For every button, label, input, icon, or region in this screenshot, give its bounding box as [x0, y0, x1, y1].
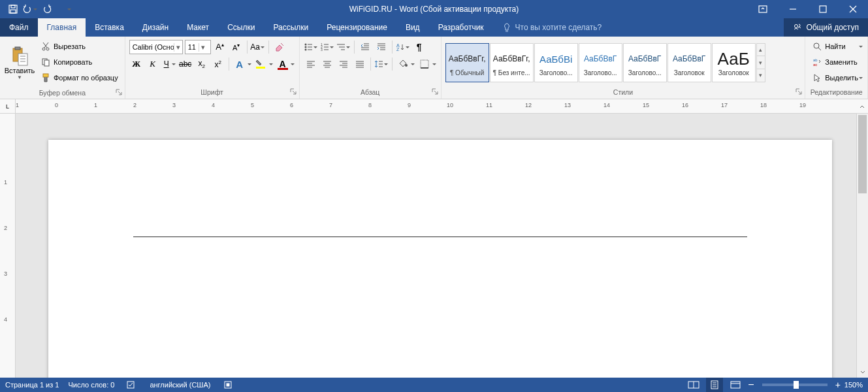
macro-icon[interactable]: [219, 378, 236, 392]
horizontal-line-shape[interactable]: [133, 237, 747, 237]
group-label-font: Шрифт: [201, 88, 223, 96]
styles-dialog-launcher[interactable]: [796, 88, 803, 96]
tab-mailings[interactable]: Рассылки: [264, 18, 317, 37]
group-font: Calibri (Осно▾ 11▾ A▴ A▾ Aa Ж К Ч abc x2…: [125, 37, 300, 99]
svg-rect-1: [11, 5, 15, 8]
tell-me[interactable]: Что вы хотите сделать?: [493, 18, 611, 37]
style-item-6[interactable]: АаБЗаголовок: [712, 43, 756, 82]
line-spacing-button[interactable]: [374, 57, 389, 71]
borders-button[interactable]: [417, 57, 437, 71]
tab-file[interactable]: Файл: [0, 18, 38, 37]
align-center-button[interactable]: [320, 57, 334, 71]
shading-button[interactable]: [396, 57, 415, 71]
scroll-down-button[interactable]: [857, 366, 868, 378]
style-item-5[interactable]: АаБбВвГЗаголовок: [667, 43, 711, 82]
close-button[interactable]: [838, 0, 868, 18]
style-item-0[interactable]: АаБбВвГг,¶ Обычный: [445, 43, 489, 82]
print-layout-button[interactable]: [706, 378, 723, 392]
replace-button[interactable]: abacЗаменить: [809, 55, 863, 69]
italic-button[interactable]: К: [146, 57, 160, 71]
superscript-button[interactable]: x2: [211, 57, 225, 71]
tab-design[interactable]: Дизайн: [133, 18, 178, 37]
style-item-2[interactable]: АаБбВіЗаголово...: [534, 43, 578, 82]
font-dialog-launcher[interactable]: [290, 88, 298, 96]
subscript-button[interactable]: x2: [195, 57, 209, 71]
minimize-button[interactable]: [778, 0, 808, 18]
paste-button[interactable]: Вставить ▼: [4, 39, 35, 86]
increase-indent-button[interactable]: [374, 40, 389, 54]
svg-rect-84: [731, 382, 740, 388]
clipboard-dialog-launcher[interactable]: [116, 89, 123, 97]
paragraph-dialog-launcher[interactable]: [432, 88, 440, 96]
document-area: 1234: [0, 114, 868, 378]
redo-button[interactable]: [39, 1, 55, 17]
tab-home[interactable]: Главная: [38, 18, 86, 37]
svg-rect-69: [421, 60, 428, 68]
format-painter-button[interactable]: Формат по образцу: [38, 71, 121, 85]
spellcheck-icon[interactable]: [123, 378, 140, 392]
copy-button[interactable]: Копировать: [38, 55, 121, 69]
tab-developer[interactable]: Разработчик: [429, 18, 493, 37]
font-color-button[interactable]: A: [276, 57, 295, 71]
font-name-combo[interactable]: Calibri (Осно▾: [129, 40, 183, 54]
change-case-button[interactable]: Aa: [251, 40, 265, 54]
zoom-level[interactable]: 150%: [844, 381, 863, 389]
tab-references[interactable]: Ссылки: [218, 18, 264, 37]
font-size-combo[interactable]: 11▾: [185, 40, 211, 54]
status-page[interactable]: Страница 1 из 1: [5, 381, 59, 389]
shrink-font-button[interactable]: A▾: [229, 40, 244, 54]
ruler-corner[interactable]: L: [0, 99, 16, 114]
document-canvas[interactable]: [16, 114, 856, 378]
vertical-ruler[interactable]: 1234: [0, 114, 16, 378]
zoom-in-button[interactable]: +: [835, 380, 841, 390]
scroll-thumb[interactable]: [858, 115, 867, 193]
page[interactable]: [48, 140, 832, 378]
sort-button[interactable]: AZ: [396, 40, 410, 54]
zoom-out-button[interactable]: −: [748, 379, 754, 391]
tab-layout[interactable]: Макет: [178, 18, 218, 37]
ribbon-display-options[interactable]: [748, 0, 778, 18]
clear-formatting-button[interactable]: [272, 40, 287, 54]
undo-button[interactable]: [22, 1, 38, 17]
find-button[interactable]: Найти: [809, 39, 863, 54]
decrease-indent-button[interactable]: [358, 40, 372, 54]
multilevel-list-button[interactable]: [336, 40, 351, 54]
vertical-scrollbar[interactable]: [856, 114, 868, 378]
status-language[interactable]: английский (США): [150, 381, 210, 389]
maximize-button[interactable]: [808, 0, 838, 18]
horizontal-ruler[interactable]: 21012345678910111213141516171819: [16, 99, 856, 114]
status-words[interactable]: Число слов: 0: [68, 381, 114, 389]
highlight-button[interactable]: [254, 57, 274, 71]
quick-access-toolbar: [0, 1, 72, 17]
style-item-1[interactable]: АаБбВвГг,¶ Без инте...: [490, 43, 534, 82]
align-left-button[interactable]: [304, 57, 318, 71]
ruler-end[interactable]: [856, 99, 868, 114]
styles-scroll[interactable]: ▴▾▾: [756, 43, 765, 82]
numbering-button[interactable]: 123: [320, 40, 334, 54]
zoom-handle[interactable]: [794, 381, 799, 389]
cut-button[interactable]: Вырезать: [38, 39, 121, 54]
web-layout-button[interactable]: [727, 378, 744, 392]
strikethrough-button[interactable]: abc: [178, 57, 193, 71]
bold-button[interactable]: Ж: [129, 57, 144, 71]
justify-button[interactable]: [353, 57, 367, 71]
tab-view[interactable]: Вид: [396, 18, 429, 37]
select-button[interactable]: Выделить: [809, 71, 863, 85]
show-marks-button[interactable]: ¶: [412, 40, 426, 54]
align-right-button[interactable]: [336, 57, 351, 71]
svg-text:Z: Z: [396, 47, 400, 52]
style-item-4[interactable]: АаБбВвГЗаголово...: [623, 43, 667, 82]
style-item-3[interactable]: АаБбВвГЗаголово...: [579, 43, 622, 82]
tab-review[interactable]: Рецензирование: [317, 18, 396, 37]
share-button[interactable]: Общий доступ: [784, 18, 868, 37]
qat-customize[interactable]: [56, 1, 72, 17]
svg-line-22: [281, 43, 283, 46]
grow-font-button[interactable]: A▴: [213, 40, 227, 54]
tab-insert[interactable]: Вставка: [86, 18, 133, 37]
underline-button[interactable]: Ч: [162, 57, 176, 71]
bullets-button[interactable]: [304, 40, 318, 54]
zoom-slider[interactable]: [762, 384, 828, 386]
text-effects-button[interactable]: A: [233, 57, 252, 71]
read-mode-button[interactable]: [685, 378, 702, 392]
save-button[interactable]: [5, 1, 21, 17]
